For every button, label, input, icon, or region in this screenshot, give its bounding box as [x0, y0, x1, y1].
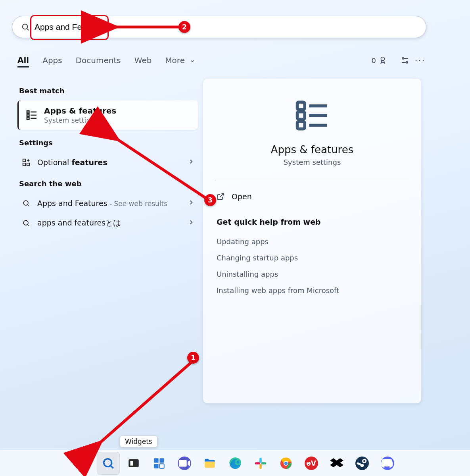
more-horizontal-icon: ···	[415, 56, 426, 66]
taskbar-app-explorer[interactable]	[198, 452, 221, 475]
preview-title: Apps & features	[215, 144, 409, 156]
tab-web[interactable]: Web	[134, 54, 152, 67]
taskbar-app-expressvpn[interactable]: ǝV	[300, 452, 323, 475]
steam-icon	[355, 457, 369, 470]
svg-rect-37	[129, 459, 139, 467]
open-external-icon	[217, 193, 224, 200]
taskbar-app-edge[interactable]	[224, 452, 247, 475]
filter-tabs: All Apps Documents Web More 0 ···	[17, 51, 426, 70]
svg-point-50	[284, 461, 288, 465]
tab-all[interactable]: All	[17, 54, 29, 67]
chevron-right-icon	[188, 199, 195, 208]
search-bar[interactable]	[12, 16, 426, 38]
svg-rect-40	[159, 458, 164, 463]
chrome-icon	[279, 457, 293, 470]
svg-rect-26	[297, 112, 305, 119]
taskbar-app-dropbox[interactable]	[325, 452, 348, 475]
options-icon[interactable]	[399, 54, 411, 66]
web-result-1-text: Apps and Features	[37, 199, 107, 208]
start-button[interactable]	[71, 452, 94, 475]
taskbar-app-steam[interactable]	[351, 452, 374, 475]
svg-line-36	[110, 465, 113, 468]
svg-rect-46	[259, 464, 262, 469]
svg-point-0	[23, 24, 28, 29]
svg-rect-47	[261, 462, 266, 464]
svg-line-1	[27, 29, 29, 30]
expressvpn-icon: ǝV	[305, 457, 318, 470]
help-link-uninstall[interactable]: Uninstalling apps	[215, 266, 409, 282]
svg-rect-11	[27, 114, 29, 116]
tab-more-label: More	[165, 56, 185, 65]
taskbar-app-discord[interactable]	[376, 452, 399, 475]
svg-line-23	[28, 225, 29, 226]
rewards-indicator[interactable]: 0	[372, 56, 387, 65]
svg-rect-42	[159, 464, 164, 468]
heading-search-web: Search the web	[19, 179, 198, 188]
web-result-2-text: apps and featuresとは	[37, 218, 188, 228]
overflow-menu[interactable]: ···	[414, 54, 426, 66]
svg-rect-24	[297, 102, 305, 110]
svg-point-35	[104, 459, 111, 466]
best-match-result[interactable]: Apps & features System settings	[17, 100, 198, 130]
chevron-right-icon	[188, 158, 195, 167]
medal-icon	[378, 56, 387, 65]
sliders-icon	[400, 56, 410, 65]
search-icon	[102, 457, 115, 470]
search-input[interactable]	[30, 22, 417, 32]
svg-rect-32	[83, 457, 88, 463]
taskbar-app-slack[interactable]	[249, 452, 272, 475]
dropbox-icon	[330, 457, 343, 470]
divider	[215, 180, 409, 180]
help-link-startup[interactable]: Changing startup apps	[215, 250, 409, 266]
task-view-icon	[127, 457, 140, 470]
open-action[interactable]: Open	[215, 190, 409, 203]
svg-rect-45	[255, 462, 260, 464]
best-match-title: Apps & features	[44, 106, 116, 116]
best-match-subtitle: System settings	[44, 116, 116, 124]
svg-line-21	[28, 205, 29, 206]
discord-icon	[381, 457, 394, 470]
svg-rect-39	[154, 458, 158, 463]
annotation-badge-1: 1	[187, 352, 199, 364]
search-button[interactable]	[97, 452, 120, 475]
tab-more[interactable]: More	[165, 54, 195, 67]
tab-apps[interactable]: Apps	[42, 54, 62, 67]
help-link-updating[interactable]: Updating apps	[215, 233, 409, 250]
edge-icon	[228, 457, 242, 470]
taskbar-app-chrome[interactable]	[274, 452, 297, 475]
results-left-column: Best match Apps & features System settin…	[17, 83, 198, 233]
svg-point-6	[406, 62, 408, 63]
widgets-button[interactable]	[148, 452, 171, 475]
preview-pane: Apps & features System settings Open Get…	[203, 79, 421, 403]
svg-rect-9	[27, 111, 29, 113]
svg-point-22	[23, 220, 28, 225]
svg-rect-44	[259, 457, 262, 463]
file-explorer-icon	[203, 457, 217, 470]
help-link-install-web[interactable]: Installing web apps from Microsoft	[215, 282, 409, 299]
rewards-count: 0	[372, 56, 376, 65]
heading-settings: Settings	[19, 139, 198, 147]
windows-logo-icon	[76, 457, 90, 470]
taskbar: ǝV	[0, 450, 470, 476]
widgets-tooltip: Widgets	[120, 436, 157, 447]
search-icon	[21, 23, 30, 31]
chevron-right-icon	[188, 219, 195, 227]
svg-rect-38	[130, 461, 133, 465]
web-result-2[interactable]: apps and featuresとは	[17, 213, 198, 233]
task-view-button[interactable]	[122, 452, 145, 475]
taskbar-app-chat[interactable]	[173, 452, 196, 475]
web-result-1[interactable]: Apps and Features - See web results	[17, 193, 198, 213]
result-optional-features[interactable]: Optional features	[17, 152, 198, 172]
video-chat-icon	[178, 457, 191, 470]
result-label-pre: Optional	[37, 158, 71, 167]
web-result-1-suffix: - See web results	[107, 200, 168, 208]
svg-line-30	[220, 194, 223, 197]
svg-rect-15	[23, 159, 25, 162]
tab-documents[interactable]: Documents	[76, 54, 121, 67]
heading-best-match: Best match	[19, 87, 198, 95]
search-icon	[21, 219, 32, 227]
svg-rect-31	[77, 457, 82, 463]
result-label-bold: features	[71, 158, 107, 167]
svg-rect-16	[27, 163, 29, 166]
svg-point-52	[363, 460, 365, 462]
